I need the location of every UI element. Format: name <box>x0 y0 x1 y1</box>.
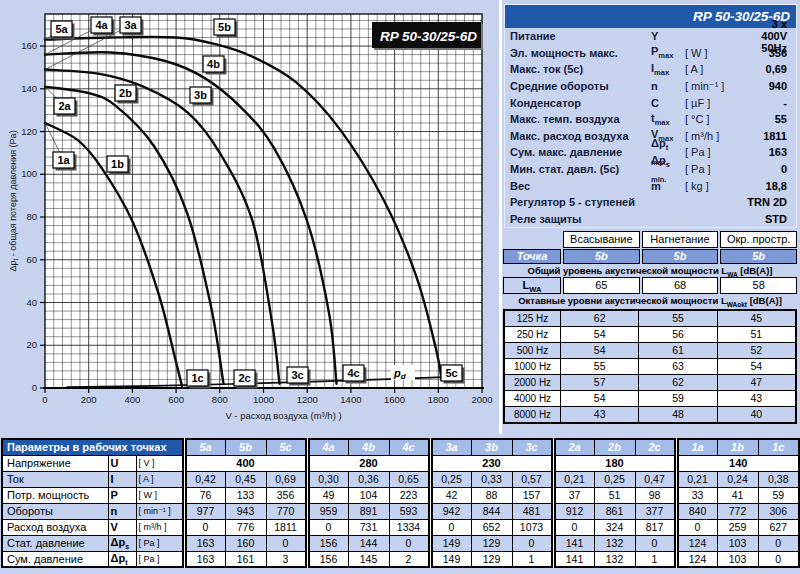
spec-value: 18,8 <box>745 180 796 192</box>
y-tick-label: 20 <box>26 339 37 350</box>
spec-unit: [ °C ] <box>685 113 745 125</box>
x-tick-label: 400 <box>124 394 140 405</box>
value-cell: 0,42 <box>184 471 225 487</box>
point-header: 5a <box>184 439 225 455</box>
acoustic-total-header: Общий уровень акустической мощности LWA … <box>503 264 797 277</box>
value-cell: 157 <box>512 487 553 503</box>
value-cell: 156 <box>307 535 348 551</box>
spec-label: Вес <box>510 180 651 192</box>
octave-value: 48 <box>639 407 716 422</box>
value-cell: 124 <box>676 551 717 567</box>
value-cell: 1811 <box>266 519 307 535</box>
lwa-value: 58 <box>720 277 797 294</box>
row-unit: [ m³/h ] <box>136 519 184 535</box>
octave-value: 45 <box>718 311 795 326</box>
row-unit: [ A ] <box>136 471 184 487</box>
value-cell: 0,65 <box>389 471 430 487</box>
row-symbol: n <box>108 503 136 519</box>
value-cell: 51 <box>594 487 635 503</box>
x-tick-label: 200 <box>81 394 97 405</box>
acoustic-point-value: 5b <box>720 249 797 264</box>
row-symbol: V <box>108 519 136 535</box>
acoustic-column-header: Окр. простр. <box>720 231 797 248</box>
point-label-3a: 3a <box>124 19 137 31</box>
value-cell: 0 <box>758 535 799 551</box>
octave-value: 55 <box>639 311 716 326</box>
point-header: 4b <box>348 439 389 455</box>
acoustic-column-header: Всасывание <box>563 231 640 248</box>
value-cell: 0,25 <box>430 471 471 487</box>
spec-unit: [ µF ] <box>685 97 745 109</box>
point-header: 1b <box>717 439 758 455</box>
y-tick-label: 80 <box>26 211 37 222</box>
x-tick-label: 1400 <box>340 394 361 405</box>
spec-row: Весm[ kg ]18,8 <box>505 177 796 194</box>
value-cell: 0,38 <box>758 471 799 487</box>
acoustic-octave-header: Октавные уровни акустической мощности LW… <box>503 294 797 307</box>
spec-unit: [ Pa ] <box>685 163 745 175</box>
value-cell: 0,69 <box>266 471 307 487</box>
point-header: 3a <box>430 439 471 455</box>
row-symbol-text: P <box>111 489 118 501</box>
y-tick-label: 120 <box>21 126 37 137</box>
spec-unit: [ kg ] <box>685 180 745 192</box>
spec-symbol-text: m <box>651 180 661 192</box>
acoustic-column-header: Нагнетание <box>642 231 719 248</box>
value-cell: 0,24 <box>717 471 758 487</box>
workpoints-row: Расход воздухаV[ m³/h ]07761811073113340… <box>2 519 799 535</box>
row-symbol: U <box>108 455 136 471</box>
spec-value: 55 <box>745 113 796 125</box>
spec-symbol-text: n <box>651 80 658 92</box>
row-label: Сум. давление <box>2 551 108 567</box>
x-tick-label: 2000 <box>471 394 492 405</box>
value-cell: 104 <box>348 487 389 503</box>
value-cell: 861 <box>594 503 635 519</box>
value-cell: 163 <box>184 535 225 551</box>
fan-curve-chart-svg: 0200400600800100012001400160018002000020… <box>0 0 500 437</box>
octave-value: 52 <box>718 343 795 358</box>
value-cell: 0,30 <box>307 471 348 487</box>
octave-freq: 4000 Hz <box>505 391 560 406</box>
octave-value: 54 <box>561 343 638 358</box>
row-label: Стат. давление <box>2 535 108 551</box>
value-cell: 959 <box>307 503 348 519</box>
spec-symbol: tmax <box>651 112 685 127</box>
x-tick-label: 1200 <box>297 394 318 405</box>
spec-value: STD <box>745 213 796 225</box>
spec-row: Регулятор 5 - ступенейTRN 2D <box>505 194 796 211</box>
value-cell: 0,21 <box>676 471 717 487</box>
point-header: 3c <box>512 439 553 455</box>
point-label-1a: 1a <box>57 154 70 166</box>
octave-freq: 2000 Hz <box>505 375 560 390</box>
value-cell: 223 <box>389 487 430 503</box>
value-cell: 0 <box>430 519 471 535</box>
spec-value: 0,69 <box>745 63 796 75</box>
value-cell: 2 <box>389 551 430 567</box>
spec-label: Мин. стат. давл. (5c) <box>510 163 651 175</box>
spec-label: Средние обороты <box>510 80 651 92</box>
acoustic-point-value: 5b <box>642 249 719 264</box>
workpoints-row: Сум. давлениеΔpt[ Pa ]163161315614521491… <box>2 551 799 567</box>
value-cell: 377 <box>635 503 676 519</box>
value-cell: 0 <box>676 519 717 535</box>
spec-symbol: n <box>651 80 685 92</box>
point-label-5b: 5b <box>218 21 231 33</box>
point-header: 3b <box>471 439 512 455</box>
value-cell: 356 <box>266 487 307 503</box>
acoustic-section: ВсасываниеНагнетаниеОкр. простр. Точка5b… <box>503 231 797 424</box>
workpoints-title: Параметры в рабочих точках <box>2 439 184 455</box>
spec-symbol: Imax <box>651 62 685 77</box>
point-label-5a: 5a <box>55 23 68 35</box>
value-cell: 160 <box>225 535 266 551</box>
value-cell: 141 <box>553 551 594 567</box>
row-symbol-text: n <box>111 505 118 517</box>
y-tick-label: 160 <box>21 40 37 51</box>
voltage-group-value: 180 <box>553 455 676 471</box>
spec-row: ПитаниеY3 x 400V 50Hz <box>505 28 796 45</box>
value-cell: 627 <box>758 519 799 535</box>
value-cell: 0,47 <box>635 471 676 487</box>
spec-unit: [ m³/h ] <box>685 130 745 142</box>
spec-unit: [ A ] <box>685 63 745 75</box>
spec-value: - <box>745 97 796 109</box>
value-cell: 1334 <box>389 519 430 535</box>
